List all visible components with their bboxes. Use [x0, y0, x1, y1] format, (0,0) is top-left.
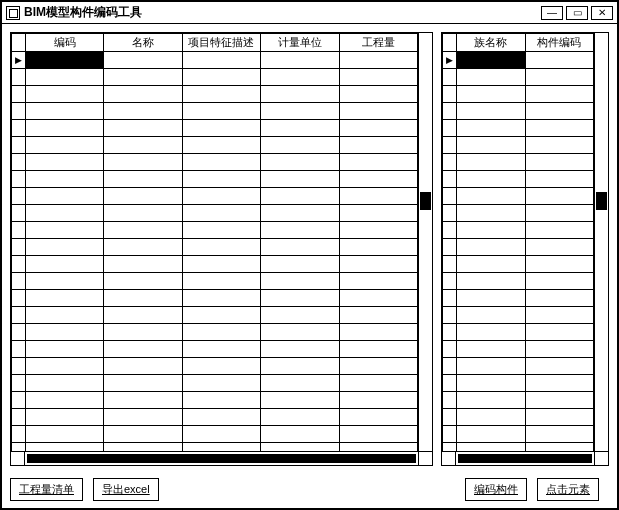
grid-cell[interactable] [457, 307, 526, 324]
grid-cell[interactable] [26, 426, 104, 443]
grid-cell[interactable] [261, 392, 339, 409]
grid-cell[interactable] [525, 426, 594, 443]
row-header[interactable] [443, 324, 457, 341]
grid-cell[interactable] [525, 290, 594, 307]
grid-cell[interactable] [457, 341, 526, 358]
close-button[interactable]: ✕ [591, 6, 613, 20]
grid-cell[interactable] [339, 426, 417, 443]
grid-cell[interactable] [182, 52, 260, 69]
grid-cell[interactable] [104, 239, 182, 256]
grid-cell[interactable] [339, 443, 417, 452]
grid-cell[interactable] [339, 273, 417, 290]
row-header[interactable] [443, 426, 457, 443]
row-header[interactable] [12, 171, 26, 188]
grid-cell[interactable] [104, 222, 182, 239]
grid-cell[interactable] [457, 426, 526, 443]
grid-cell[interactable] [339, 171, 417, 188]
grid-cell[interactable] [457, 239, 526, 256]
grid-cell[interactable] [26, 103, 104, 120]
grid-cell[interactable] [104, 171, 182, 188]
grid-cell[interactable] [457, 154, 526, 171]
grid-cell[interactable] [339, 205, 417, 222]
row-header[interactable] [12, 426, 26, 443]
grid-cell[interactable] [525, 188, 594, 205]
grid-cell[interactable] [26, 52, 104, 69]
encode-component-button[interactable]: 编码构件 [465, 478, 527, 501]
grid-cell[interactable] [525, 341, 594, 358]
grid-cell[interactable] [457, 290, 526, 307]
grid-cell[interactable] [104, 358, 182, 375]
right-vscroll-thumb[interactable] [596, 192, 607, 210]
grid-cell[interactable] [261, 341, 339, 358]
grid-cell[interactable] [104, 341, 182, 358]
export-excel-button[interactable]: 导出excel [93, 478, 159, 501]
grid-cell[interactable] [104, 409, 182, 426]
grid-cell[interactable] [104, 205, 182, 222]
grid-cell[interactable] [182, 392, 260, 409]
grid-cell[interactable] [261, 358, 339, 375]
grid-cell[interactable] [261, 171, 339, 188]
grid-cell[interactable] [261, 307, 339, 324]
grid-cell[interactable] [182, 171, 260, 188]
grid-cell[interactable] [525, 324, 594, 341]
row-header[interactable] [12, 103, 26, 120]
grid-cell[interactable] [261, 426, 339, 443]
grid-cell[interactable] [182, 188, 260, 205]
grid-cell[interactable] [26, 69, 104, 86]
grid-cell[interactable] [26, 307, 104, 324]
grid-cell[interactable] [261, 239, 339, 256]
grid-cell[interactable] [261, 443, 339, 452]
grid-cell[interactable] [182, 375, 260, 392]
grid-cell[interactable] [339, 358, 417, 375]
grid-cell[interactable] [457, 103, 526, 120]
grid-cell[interactable] [182, 86, 260, 103]
grid-cell[interactable] [182, 341, 260, 358]
grid-cell[interactable] [261, 409, 339, 426]
grid-cell[interactable] [182, 222, 260, 239]
grid-cell[interactable] [339, 290, 417, 307]
row-header[interactable]: ▶ [443, 52, 457, 69]
grid-cell[interactable] [182, 154, 260, 171]
grid-cell[interactable] [26, 86, 104, 103]
grid-cell[interactable] [104, 120, 182, 137]
row-header[interactable] [12, 154, 26, 171]
grid-cell[interactable] [182, 443, 260, 452]
grid-cell[interactable] [457, 52, 526, 69]
grid-cell[interactable] [525, 171, 594, 188]
grid-cell[interactable] [261, 52, 339, 69]
grid-cell[interactable] [525, 86, 594, 103]
grid-cell[interactable] [182, 307, 260, 324]
grid-cell[interactable] [104, 426, 182, 443]
grid-cell[interactable] [525, 256, 594, 273]
column-header[interactable]: 计量单位 [261, 34, 339, 52]
grid-cell[interactable] [104, 103, 182, 120]
grid-cell[interactable] [182, 120, 260, 137]
grid-cell[interactable] [182, 409, 260, 426]
grid-cell[interactable] [182, 239, 260, 256]
row-header[interactable] [443, 443, 457, 452]
row-header[interactable] [443, 86, 457, 103]
row-header[interactable] [443, 222, 457, 239]
row-header[interactable] [12, 392, 26, 409]
grid-cell[interactable] [104, 443, 182, 452]
row-header[interactable] [443, 290, 457, 307]
row-header[interactable] [443, 103, 457, 120]
grid-cell[interactable] [525, 52, 594, 69]
grid-cell[interactable] [339, 52, 417, 69]
grid-cell[interactable] [26, 188, 104, 205]
grid-cell[interactable] [525, 137, 594, 154]
grid-cell[interactable] [525, 307, 594, 324]
grid-cell[interactable] [457, 256, 526, 273]
row-header[interactable] [12, 273, 26, 290]
grid-cell[interactable] [457, 273, 526, 290]
right-hscroll-thumb[interactable] [458, 454, 592, 463]
row-header[interactable] [443, 358, 457, 375]
grid-cell[interactable] [261, 188, 339, 205]
right-hscrollbar[interactable] [442, 451, 608, 465]
grid-cell[interactable] [26, 256, 104, 273]
row-header[interactable] [443, 120, 457, 137]
row-header[interactable] [443, 239, 457, 256]
grid-cell[interactable] [182, 137, 260, 154]
grid-cell[interactable] [339, 86, 417, 103]
row-header[interactable] [443, 307, 457, 324]
